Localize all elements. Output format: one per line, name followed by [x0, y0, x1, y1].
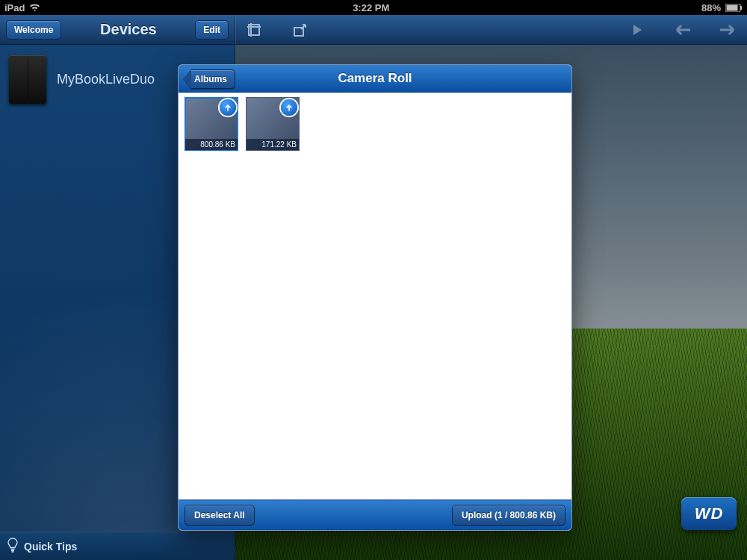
quick-tips-label: Quick Tips [24, 541, 77, 553]
battery-icon [725, 4, 743, 12]
deselect-all-button[interactable]: Deselect All [185, 505, 255, 526]
photo-size-label: 800.86 KB [185, 139, 238, 150]
albums-back-button[interactable]: Albums [183, 69, 235, 89]
photo-grid: 800.86 KB 171.22 KB [179, 93, 571, 500]
svg-rect-1 [727, 4, 738, 10]
device-thumbnail-icon [9, 55, 46, 104]
edit-button[interactable]: Edit [195, 20, 229, 40]
wd-logo: WD [681, 497, 737, 530]
status-time: 3:22 PM [353, 2, 389, 13]
nav-title: Devices [67, 21, 189, 38]
upload-badge-icon [220, 99, 236, 116]
quick-tips-button[interactable]: Quick Tips [0, 532, 235, 560]
upload-badge-icon [281, 99, 297, 116]
photo-thumbnail[interactable]: 800.86 KB [185, 97, 238, 151]
welcome-back-button[interactable]: Welcome [6, 20, 61, 40]
modal-header: Albums Camera Roll [179, 65, 571, 93]
svg-rect-2 [740, 6, 742, 10]
play-icon[interactable] [630, 23, 644, 37]
arrow-right-icon[interactable] [720, 24, 737, 36]
upload-button[interactable]: Upload (1 / 800.86 KB) [452, 505, 565, 526]
status-device: iPad [4, 2, 25, 13]
camera-roll-modal: Albums Camera Roll 800.86 KB 171.22 KB D… [178, 64, 572, 531]
modal-footer: Deselect All Upload (1 / 800.86 KB) [179, 500, 571, 530]
lightbulb-icon [7, 538, 18, 555]
arrow-left-icon[interactable] [674, 24, 690, 36]
status-battery-text: 88% [701, 2, 721, 13]
photo-size-label: 171.22 KB [247, 139, 299, 150]
share-icon[interactable] [292, 22, 309, 38]
app-nav-bar: Welcome Devices Edit [0, 15, 747, 45]
crop-icon[interactable] [246, 22, 262, 38]
wifi-icon [29, 3, 40, 12]
albums-back-label: Albums [191, 69, 235, 89]
photo-thumbnail[interactable]: 171.22 KB [246, 97, 300, 151]
device-label: MyBookLiveDuo [57, 72, 155, 87]
modal-title: Camera Roll [338, 71, 412, 86]
status-bar: iPad 3:22 PM 88% [0, 0, 747, 15]
